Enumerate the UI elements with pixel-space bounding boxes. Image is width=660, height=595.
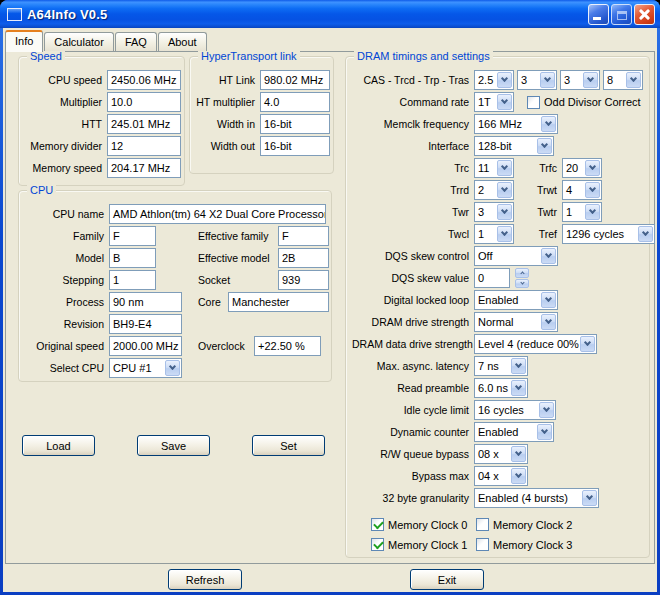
width-out-field[interactable]: 16-bit bbox=[260, 136, 330, 156]
original-speed-field[interactable]: 2000.00 MHz bbox=[109, 336, 182, 356]
chevron-down-icon bbox=[626, 72, 641, 88]
twr-select[interactable]: 3 bbox=[474, 202, 514, 222]
spin-up-icon[interactable] bbox=[515, 268, 529, 278]
command-rate-label: Command rate bbox=[352, 96, 474, 108]
byte-granularity-label: 32 byte granularity bbox=[352, 492, 474, 504]
odd-divisor-correct-checkbox[interactable] bbox=[527, 96, 540, 109]
memory-clock-1-checkbox[interactable] bbox=[371, 538, 384, 551]
trcd-select[interactable]: 3 bbox=[517, 70, 557, 90]
memory-clock-3-checkbox[interactable] bbox=[476, 538, 489, 551]
close-button[interactable] bbox=[634, 4, 655, 25]
memory-speed-field[interactable]: 204.17 MHz bbox=[107, 158, 181, 178]
stepping-label: Stepping bbox=[25, 274, 109, 286]
dram-drive-strength-value: Normal bbox=[475, 316, 540, 328]
twcl-label: Twcl bbox=[352, 228, 474, 240]
family-field[interactable]: F bbox=[109, 226, 156, 246]
odd-divisor-correct-label: Odd Divisor Correct bbox=[544, 96, 641, 108]
read-preamble-select[interactable]: 6.0 ns bbox=[474, 378, 528, 398]
effective-family-field[interactable]: F bbox=[278, 226, 329, 246]
command-rate-select[interactable]: 1T bbox=[474, 92, 514, 112]
trwt-select[interactable]: 4 bbox=[562, 180, 602, 200]
htt-field[interactable]: 245.01 MHz bbox=[107, 114, 181, 134]
tref-select[interactable]: 1296 cycles bbox=[562, 224, 655, 244]
chevron-down-icon bbox=[511, 380, 526, 396]
memclk-frequency-select[interactable]: 166 MHz bbox=[474, 114, 558, 134]
digital-locked-loop-label: Digital locked loop bbox=[352, 294, 474, 306]
chevron-down-icon bbox=[585, 204, 600, 220]
maximize-button[interactable] bbox=[611, 4, 632, 25]
trfc-select[interactable]: 20 bbox=[562, 158, 602, 178]
dynamic-counter-value: Enabled bbox=[475, 426, 536, 438]
twcl-select[interactable]: 1 bbox=[474, 224, 514, 244]
tab-about[interactable]: About bbox=[158, 32, 207, 51]
load-button[interactable]: Load bbox=[22, 435, 95, 456]
tab-calculator[interactable]: Calculator bbox=[44, 32, 114, 51]
twtr-select[interactable]: 1 bbox=[562, 202, 602, 222]
dram-group: DRAM timings and settings CAS - Trcd - T… bbox=[345, 56, 650, 558]
trfc-value: 20 bbox=[563, 162, 584, 174]
dram-drive-strength-select[interactable]: Normal bbox=[474, 312, 558, 332]
chevron-down-icon bbox=[539, 402, 554, 418]
cpu-group: CPU CPU name AMD Athlon(tm) 64 X2 Dual C… bbox=[18, 190, 332, 382]
cpu-speed-field[interactable]: 2450.06 MHz bbox=[107, 70, 181, 90]
memory-clock-0-checkbox[interactable] bbox=[371, 518, 384, 531]
ht-link-label: HT Link bbox=[196, 74, 260, 86]
select-cpu-value: CPU #1 bbox=[110, 362, 164, 374]
cpu-name-label: CPU name bbox=[25, 208, 109, 220]
rw-queue-bypass-select[interactable]: 08 x bbox=[474, 444, 528, 464]
process-field[interactable]: 90 nm bbox=[109, 292, 182, 312]
socket-field[interactable]: 939 bbox=[278, 270, 329, 290]
model-field[interactable]: B bbox=[109, 248, 156, 268]
tab-info[interactable]: Info bbox=[5, 30, 43, 52]
twr-value: 3 bbox=[475, 206, 496, 218]
overclock-field[interactable]: +22.50 % bbox=[254, 336, 321, 356]
dqs-skew-control-select[interactable]: Off bbox=[474, 246, 558, 266]
chevron-down-icon bbox=[165, 360, 180, 376]
dram-data-drive-strength-select[interactable]: Level 4 (reduce 00%) bbox=[474, 334, 597, 354]
tab-faq[interactable]: FAQ bbox=[115, 32, 157, 51]
ht-link-field[interactable]: 980.02 MHz bbox=[260, 70, 330, 90]
exit-button[interactable]: Exit bbox=[410, 569, 484, 590]
refresh-button[interactable]: Refresh bbox=[168, 569, 242, 590]
tref-value: 1296 cycles bbox=[563, 228, 637, 240]
trp-value: 3 bbox=[561, 74, 582, 86]
core-label: Core bbox=[198, 296, 228, 308]
core-field[interactable]: Manchester bbox=[228, 292, 329, 312]
minimize-button[interactable] bbox=[588, 4, 609, 25]
multiplier-field[interactable]: 10.0 bbox=[107, 92, 181, 112]
memory-clock-0-label: Memory Clock 0 bbox=[388, 519, 470, 531]
spin-down-icon[interactable] bbox=[515, 279, 529, 289]
read-preamble-value: 6.0 ns bbox=[475, 382, 510, 394]
cpu-name-field[interactable]: AMD Athlon(tm) 64 X2 Dual Core Processor… bbox=[109, 204, 326, 224]
revision-field[interactable]: BH9-E4 bbox=[109, 314, 182, 334]
memory-divider-field[interactable]: 12 bbox=[107, 136, 181, 156]
dqs-skew-value-stepper[interactable] bbox=[515, 268, 529, 288]
byte-granularity-select[interactable]: Enabled (4 bursts) bbox=[474, 488, 599, 508]
chevron-down-icon bbox=[511, 468, 526, 484]
max-async-latency-select[interactable]: 7 ns bbox=[474, 356, 528, 376]
save-button[interactable]: Save bbox=[137, 435, 210, 456]
set-button[interactable]: Set bbox=[252, 435, 325, 456]
trrd-select[interactable]: 2 bbox=[474, 180, 514, 200]
chevron-down-icon bbox=[497, 226, 512, 242]
effective-model-field[interactable]: 2B bbox=[278, 248, 329, 268]
tab-strip: Info Calculator FAQ About bbox=[3, 28, 657, 51]
max-async-latency-label: Max. async. latency bbox=[352, 360, 474, 372]
trc-select[interactable]: 11 bbox=[474, 158, 514, 178]
tras-select[interactable]: 8 bbox=[603, 70, 643, 90]
width-in-field[interactable]: 16-bit bbox=[260, 114, 330, 134]
dynamic-counter-select[interactable]: Enabled bbox=[474, 422, 554, 442]
dqs-skew-value-label: DQS skew value bbox=[352, 272, 474, 284]
cas-select[interactable]: 2.5 bbox=[474, 70, 514, 90]
stepping-field[interactable]: 1 bbox=[109, 270, 156, 290]
memory-clock-2-checkbox[interactable] bbox=[476, 518, 489, 531]
titlebar[interactable]: A64Info V0.5 bbox=[0, 0, 660, 28]
bypass-max-select[interactable]: 04 x bbox=[474, 466, 528, 486]
trp-select[interactable]: 3 bbox=[560, 70, 600, 90]
idle-cycle-limit-select[interactable]: 16 cycles bbox=[474, 400, 556, 420]
ht-multiplier-field[interactable]: 4.0 bbox=[260, 92, 330, 112]
dqs-skew-value-field[interactable]: 0 bbox=[474, 268, 510, 288]
select-cpu-select[interactable]: CPU #1 bbox=[109, 358, 182, 378]
interface-select[interactable]: 128-bit bbox=[474, 136, 554, 156]
digital-locked-loop-select[interactable]: Enabled bbox=[474, 290, 558, 310]
